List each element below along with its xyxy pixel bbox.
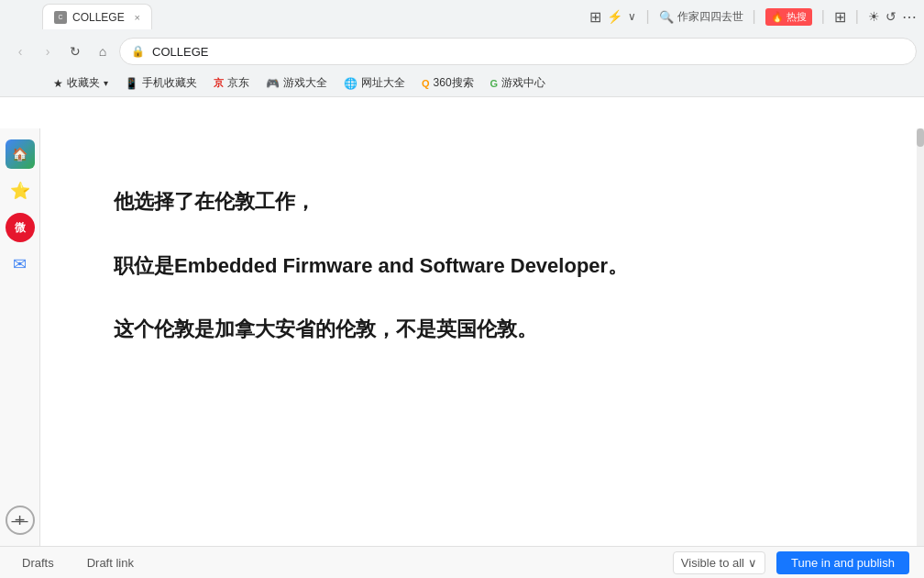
search-text[interactable]: 作家四四去世 xyxy=(677,9,743,25)
tab-title: COLLEGE xyxy=(72,11,125,24)
grid2-icon[interactable]: ⊞ xyxy=(834,8,846,26)
bookmark-label: 京东 xyxy=(227,75,249,91)
address-bar-row: ‹ › ↻ ⌂ 🔒 COLLEGE xyxy=(0,33,924,70)
bookmarks-bar: ★ 收藏夹 ▾ 📱 手机收藏夹 京 京东 🎮 游戏大全 🌐 网址大全 Q 360… xyxy=(0,70,924,97)
sidebar-star-icon[interactable]: ⭐ xyxy=(6,176,35,206)
lightning-icon[interactable]: ⚡ xyxy=(607,9,622,24)
jd-icon: 京 xyxy=(214,76,224,90)
hot-search-badge[interactable]: 🔥 热搜 xyxy=(765,8,812,26)
main-content: 他选择了在伦敦工作， 职位是Embedded Firmware and Soft… xyxy=(40,128,924,546)
address-text: COLLEGE xyxy=(152,45,208,59)
search-area: 🔍 作家四四去世 xyxy=(659,9,743,25)
home-button[interactable]: ⌂ xyxy=(90,39,116,64)
paragraph-2: 职位是Embedded Firmware and Software Develo… xyxy=(114,248,851,284)
left-sidebar: 🏠 ⭐ 微 ✉ — + xyxy=(0,128,40,546)
bookmark-gamecenter[interactable]: G 游戏中心 xyxy=(483,73,554,93)
scrollbar[interactable] xyxy=(917,128,924,546)
paragraph-1: 他选择了在伦敦工作， xyxy=(114,183,851,220)
bottom-bar: Drafts Draft link Visible to all ∨ Tune … xyxy=(0,546,924,578)
bookmark-label: 游戏中心 xyxy=(501,75,545,91)
grid-icon[interactable]: ⊞ xyxy=(589,8,601,26)
separator4: | xyxy=(855,8,859,25)
bookmark-label: 游戏大全 xyxy=(283,75,327,91)
browser-tab[interactable]: C COLLEGE × xyxy=(42,4,152,29)
paragraph-3: 这个伦敦是加拿大安省的伦敦，不是英国伦敦。 xyxy=(114,311,851,348)
bookmark-label: 360搜索 xyxy=(434,75,474,91)
separator2: | xyxy=(753,8,756,25)
tab-close-icon[interactable]: × xyxy=(135,12,140,23)
web-icon: 🌐 xyxy=(344,77,358,90)
separator3: | xyxy=(821,8,825,25)
bookmark-favorites[interactable]: ★ 收藏夹 ▾ xyxy=(46,73,116,93)
chevron-icon: ▾ xyxy=(104,78,108,88)
more-icon[interactable]: ⋯ xyxy=(902,8,917,26)
bookmark-sites[interactable]: 🌐 网址大全 xyxy=(336,73,412,93)
back-button[interactable]: ‹ xyxy=(7,39,33,64)
bookmark-label: 收藏夹 xyxy=(67,75,100,91)
sidebar-mail-icon[interactable]: ✉ xyxy=(6,250,35,279)
search360-icon: Q xyxy=(422,78,430,89)
nav-controls: ‹ › ↻ ⌂ xyxy=(7,39,116,64)
mobile-icon: 📱 xyxy=(125,77,138,90)
tab-favicon: C xyxy=(54,11,67,24)
toolbar-right: ⊞ ⚡ ∨ | 🔍 作家四四去世 | 🔥 热搜 | ⊞ | ☀ ↺ ⋯ xyxy=(589,8,917,26)
bookmark-360search[interactable]: Q 360搜索 xyxy=(414,73,481,93)
refresh-button[interactable]: ↻ xyxy=(62,39,88,64)
bookmark-label: 网址大全 xyxy=(361,75,405,91)
drafts-button[interactable]: Drafts xyxy=(15,552,61,573)
chevron-down-icon: ∨ xyxy=(748,556,757,570)
bookmark-mobile[interactable]: 📱 手机收藏夹 xyxy=(117,73,204,93)
draft-link-button[interactable]: Draft link xyxy=(80,552,141,573)
scrollbar-thumb[interactable] xyxy=(917,128,924,147)
sidebar-home-icon[interactable]: 🏠 xyxy=(6,139,35,169)
tab-bar: C COLLEGE × ⊞ ⚡ ∨ | 🔍 作家四四去世 | 🔥 热搜 | ⊞ … xyxy=(0,0,924,33)
forward-button[interactable]: › xyxy=(35,39,60,64)
sun-icon[interactable]: ☀ xyxy=(868,9,880,24)
visible-dropdown[interactable]: Visible to all ∨ xyxy=(673,551,765,574)
bottom-right: Visible to all ∨ Tune in and publish xyxy=(673,551,909,574)
sidebar-weibo-icon[interactable]: 微 xyxy=(6,213,35,242)
visible-label: Visible to all xyxy=(681,556,744,570)
address-bar[interactable]: 🔒 COLLEGE xyxy=(119,38,917,65)
game-icon: 🎮 xyxy=(266,77,280,90)
sidebar-add-button[interactable]: + xyxy=(6,506,35,535)
search-icon: 🔍 xyxy=(659,10,674,24)
fire-icon: 🔥 xyxy=(771,11,784,23)
lock-icon: 🔒 xyxy=(131,45,145,58)
bookmark-jd[interactable]: 京 京东 xyxy=(206,73,257,93)
hot-label: 热搜 xyxy=(786,10,807,24)
star-icon: ★ xyxy=(53,77,63,90)
separator: | xyxy=(645,8,649,25)
bookmark-label: 手机收藏夹 xyxy=(142,75,197,91)
undo-icon[interactable]: ↺ xyxy=(886,9,896,24)
bookmark-games[interactable]: 🎮 游戏大全 xyxy=(258,73,335,93)
gamecenter-icon: G xyxy=(490,78,499,89)
dropdown-icon[interactable]: ∨ xyxy=(628,10,636,23)
publish-button[interactable]: Tune in and publish xyxy=(776,551,909,574)
